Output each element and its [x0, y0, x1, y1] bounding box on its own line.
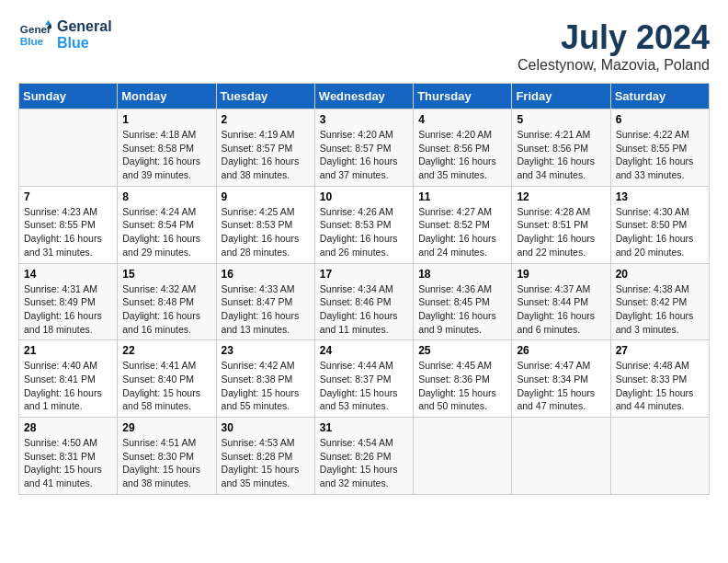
day-cell: 10Sunrise: 4:26 AM Sunset: 8:53 PM Dayli… — [314, 186, 413, 263]
day-number: 3 — [320, 113, 408, 126]
day-info: Sunrise: 4:41 AM Sunset: 8:40 PM Dayligh… — [122, 359, 210, 413]
day-cell: 15Sunrise: 4:32 AM Sunset: 8:48 PM Dayli… — [118, 263, 216, 340]
day-info: Sunrise: 4:26 AM Sunset: 8:53 PM Dayligh… — [320, 205, 408, 259]
day-cell: 30Sunrise: 4:53 AM Sunset: 8:28 PM Dayli… — [216, 418, 314, 495]
day-cell — [414, 418, 512, 495]
day-info: Sunrise: 4:37 AM Sunset: 8:44 PM Dayligh… — [517, 282, 605, 337]
week-row-5: 28Sunrise: 4:50 AM Sunset: 8:31 PM Dayli… — [19, 418, 710, 495]
day-info: Sunrise: 4:28 AM Sunset: 8:51 PM Dayligh… — [517, 205, 605, 259]
day-header-wednesday: Wednesday — [314, 84, 413, 109]
day-info: Sunrise: 4:44 AM Sunset: 8:37 PM Dayligh… — [320, 359, 408, 413]
day-info: Sunrise: 4:45 AM Sunset: 8:36 PM Dayligh… — [418, 359, 506, 413]
day-info: Sunrise: 4:53 AM Sunset: 8:28 PM Dayligh… — [222, 436, 310, 490]
week-row-4: 21Sunrise: 4:40 AM Sunset: 8:41 PM Dayli… — [19, 340, 710, 418]
day-cell: 19Sunrise: 4:37 AM Sunset: 8:44 PM Dayli… — [512, 263, 610, 340]
day-cell — [19, 109, 118, 187]
day-info: Sunrise: 4:36 AM Sunset: 8:45 PM Dayligh… — [418, 282, 506, 337]
day-number: 29 — [122, 421, 210, 434]
day-number: 1 — [122, 113, 210, 126]
day-header-sunday: Sunday — [19, 84, 118, 109]
day-cell: 22Sunrise: 4:41 AM Sunset: 8:40 PM Dayli… — [118, 340, 216, 418]
day-cell: 6Sunrise: 4:22 AM Sunset: 8:55 PM Daylig… — [610, 109, 709, 187]
day-number: 23 — [222, 344, 310, 357]
day-cell: 5Sunrise: 4:21 AM Sunset: 8:56 PM Daylig… — [512, 109, 610, 187]
day-number: 11 — [418, 190, 506, 203]
day-cell: 27Sunrise: 4:48 AM Sunset: 8:33 PM Dayli… — [610, 340, 709, 418]
day-header-tuesday: Tuesday — [216, 84, 314, 109]
day-number: 19 — [517, 268, 605, 281]
day-info: Sunrise: 4:33 AM Sunset: 8:47 PM Dayligh… — [222, 282, 310, 337]
day-info: Sunrise: 4:38 AM Sunset: 8:42 PM Dayligh… — [616, 282, 704, 337]
day-cell: 4Sunrise: 4:20 AM Sunset: 8:56 PM Daylig… — [414, 109, 512, 187]
day-number: 22 — [122, 344, 210, 357]
day-number: 16 — [222, 268, 310, 281]
day-cell: 11Sunrise: 4:27 AM Sunset: 8:52 PM Dayli… — [414, 186, 512, 263]
day-info: Sunrise: 4:34 AM Sunset: 8:46 PM Dayligh… — [320, 282, 408, 337]
day-cell: 31Sunrise: 4:54 AM Sunset: 8:26 PM Dayli… — [314, 418, 413, 495]
day-info: Sunrise: 4:25 AM Sunset: 8:53 PM Dayligh… — [222, 205, 310, 259]
day-number: 26 — [517, 344, 605, 357]
day-cell — [610, 418, 709, 495]
day-cell: 9Sunrise: 4:25 AM Sunset: 8:53 PM Daylig… — [216, 186, 314, 263]
day-number: 31 — [320, 421, 408, 434]
header-row: SundayMondayTuesdayWednesdayThursdayFrid… — [19, 84, 710, 109]
day-number: 10 — [320, 190, 408, 203]
day-info: Sunrise: 4:20 AM Sunset: 8:57 PM Dayligh… — [320, 128, 408, 182]
day-info: Sunrise: 4:40 AM Sunset: 8:41 PM Dayligh… — [24, 359, 112, 413]
day-number: 17 — [320, 268, 408, 281]
title-area: July 2024 Celestynow, Mazovia, Poland — [518, 18, 710, 74]
day-header-friday: Friday — [512, 84, 610, 109]
day-number: 27 — [616, 344, 704, 357]
day-number: 4 — [418, 113, 506, 126]
day-number: 20 — [616, 268, 704, 281]
day-info: Sunrise: 4:32 AM Sunset: 8:48 PM Dayligh… — [122, 282, 210, 337]
day-info: Sunrise: 4:27 AM Sunset: 8:52 PM Dayligh… — [418, 205, 506, 259]
day-info: Sunrise: 4:18 AM Sunset: 8:58 PM Dayligh… — [122, 128, 210, 182]
day-number: 24 — [320, 344, 408, 357]
day-number: 18 — [418, 268, 506, 281]
day-number: 28 — [24, 421, 112, 434]
day-cell: 28Sunrise: 4:50 AM Sunset: 8:31 PM Dayli… — [19, 418, 118, 495]
day-header-saturday: Saturday — [610, 84, 709, 109]
day-cell: 16Sunrise: 4:33 AM Sunset: 8:47 PM Dayli… — [216, 263, 314, 340]
calendar-table: SundayMondayTuesdayWednesdayThursdayFrid… — [18, 83, 710, 495]
day-info: Sunrise: 4:48 AM Sunset: 8:33 PM Dayligh… — [616, 359, 704, 413]
day-cell: 8Sunrise: 4:24 AM Sunset: 8:54 PM Daylig… — [118, 186, 216, 263]
week-row-1: 1Sunrise: 4:18 AM Sunset: 8:58 PM Daylig… — [19, 109, 710, 187]
day-cell: 3Sunrise: 4:20 AM Sunset: 8:57 PM Daylig… — [314, 109, 413, 187]
logo-text: GeneralBlue — [57, 18, 112, 51]
day-cell: 7Sunrise: 4:23 AM Sunset: 8:55 PM Daylig… — [19, 186, 118, 263]
day-cell — [512, 418, 610, 495]
header: General Blue GeneralBlue July 2024 Celes… — [18, 18, 710, 74]
day-info: Sunrise: 4:22 AM Sunset: 8:55 PM Dayligh… — [616, 128, 704, 182]
day-cell: 1Sunrise: 4:18 AM Sunset: 8:58 PM Daylig… — [118, 109, 216, 187]
day-number: 8 — [122, 190, 210, 203]
day-number: 14 — [24, 268, 112, 281]
day-cell: 23Sunrise: 4:42 AM Sunset: 8:38 PM Dayli… — [216, 340, 314, 418]
day-cell: 21Sunrise: 4:40 AM Sunset: 8:41 PM Dayli… — [19, 340, 118, 418]
day-header-monday: Monday — [118, 84, 216, 109]
day-cell: 25Sunrise: 4:45 AM Sunset: 8:36 PM Dayli… — [414, 340, 512, 418]
day-cell: 29Sunrise: 4:51 AM Sunset: 8:30 PM Dayli… — [118, 418, 216, 495]
subtitle: Celestynow, Mazovia, Poland — [518, 57, 710, 74]
day-info: Sunrise: 4:54 AM Sunset: 8:26 PM Dayligh… — [320, 436, 408, 490]
logo: General Blue GeneralBlue — [18, 18, 112, 52]
day-info: Sunrise: 4:23 AM Sunset: 8:55 PM Dayligh… — [24, 205, 112, 259]
day-info: Sunrise: 4:51 AM Sunset: 8:30 PM Dayligh… — [122, 436, 210, 490]
day-info: Sunrise: 4:30 AM Sunset: 8:50 PM Dayligh… — [616, 205, 704, 259]
day-cell: 17Sunrise: 4:34 AM Sunset: 8:46 PM Dayli… — [314, 263, 413, 340]
day-number: 21 — [24, 344, 112, 357]
day-number: 7 — [24, 190, 112, 203]
day-cell: 12Sunrise: 4:28 AM Sunset: 8:51 PM Dayli… — [512, 186, 610, 263]
day-info: Sunrise: 4:47 AM Sunset: 8:34 PM Dayligh… — [517, 359, 605, 413]
day-cell: 24Sunrise: 4:44 AM Sunset: 8:37 PM Dayli… — [314, 340, 413, 418]
day-number: 25 — [418, 344, 506, 357]
day-cell: 26Sunrise: 4:47 AM Sunset: 8:34 PM Dayli… — [512, 340, 610, 418]
day-cell: 13Sunrise: 4:30 AM Sunset: 8:50 PM Dayli… — [610, 186, 709, 263]
day-info: Sunrise: 4:31 AM Sunset: 8:49 PM Dayligh… — [24, 282, 112, 337]
month-title: July 2024 — [518, 18, 710, 57]
day-cell: 20Sunrise: 4:38 AM Sunset: 8:42 PM Dayli… — [610, 263, 709, 340]
svg-text:Blue: Blue — [20, 35, 44, 47]
day-number: 9 — [222, 190, 310, 203]
day-number: 15 — [122, 268, 210, 281]
